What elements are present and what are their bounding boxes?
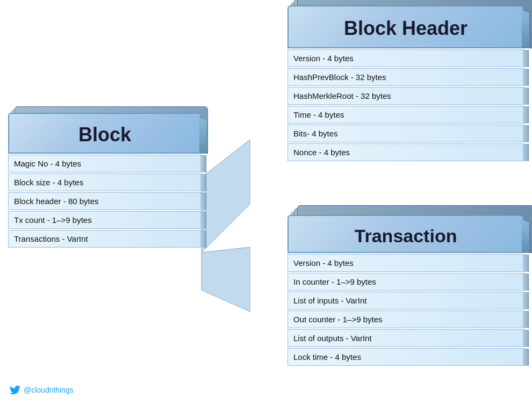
tx-row-0: Version - 4 bytes <box>287 254 524 272</box>
bh-row-2: HashMerkleRoot - 32 bytes <box>287 87 524 105</box>
tx-row-2: List of inputs - VarInt <box>287 292 524 309</box>
block-header-title-box: Block Header <box>287 5 524 48</box>
tx-row-1: In counter - 1–>9 bytes <box>287 273 524 291</box>
block-row-0: Magic No - 4 bytes <box>8 155 202 172</box>
transaction-rows: Version - 4 bytes In counter - 1–>9 byte… <box>287 254 524 366</box>
bh-row-4: Bits- 4 bytes <box>287 125 524 142</box>
tx-row-4: List of outputs - VarInt <box>287 329 524 347</box>
transaction-panel: Transaction Version - 4 bytes In counter… <box>287 215 524 366</box>
block-row-1: Block size - 4 bytes <box>8 173 202 191</box>
block-title-box: Block <box>8 113 202 154</box>
transaction-title-box: Transaction <box>287 215 524 253</box>
block-panel: Block Magic No - 4 bytes Block size - 4 … <box>8 113 202 248</box>
twitter-handle: @cloudnthings <box>24 386 74 394</box>
block-row-2: Block header - 80 bytes <box>8 192 202 210</box>
watermark: @cloudnthings <box>10 385 74 395</box>
block-header-title: Block Header <box>344 17 468 39</box>
block-row-3: Tx count - 1–>9 bytes <box>8 211 202 229</box>
bh-row-5: Nonce - 4 bytes <box>287 143 524 161</box>
tx-row-5: Lock time - 4 bytes <box>287 348 524 366</box>
block-header-panel: Block Header Version - 4 bytes HashPrevB… <box>287 5 524 161</box>
twitter-icon <box>10 385 20 395</box>
tx-row-3: Out counter - 1–>9 bytes <box>287 310 524 328</box>
block-rows: Magic No - 4 bytes Block size - 4 bytes … <box>8 155 202 248</box>
block-row-4: Transactions - VarInt <box>8 230 202 248</box>
bh-row-0: Version - 4 bytes <box>287 49 524 67</box>
bh-row-3: Time - 4 bytes <box>287 106 524 124</box>
block-header-rows: Version - 4 bytes HashPrevBlock - 32 byt… <box>287 49 524 161</box>
bh-row-1: HashPrevBlock - 32 bytes <box>287 68 524 86</box>
upper-connector <box>202 140 250 252</box>
lower-connector <box>202 247 250 312</box>
transaction-title: Transaction <box>355 226 457 246</box>
block-title: Block <box>78 124 131 146</box>
